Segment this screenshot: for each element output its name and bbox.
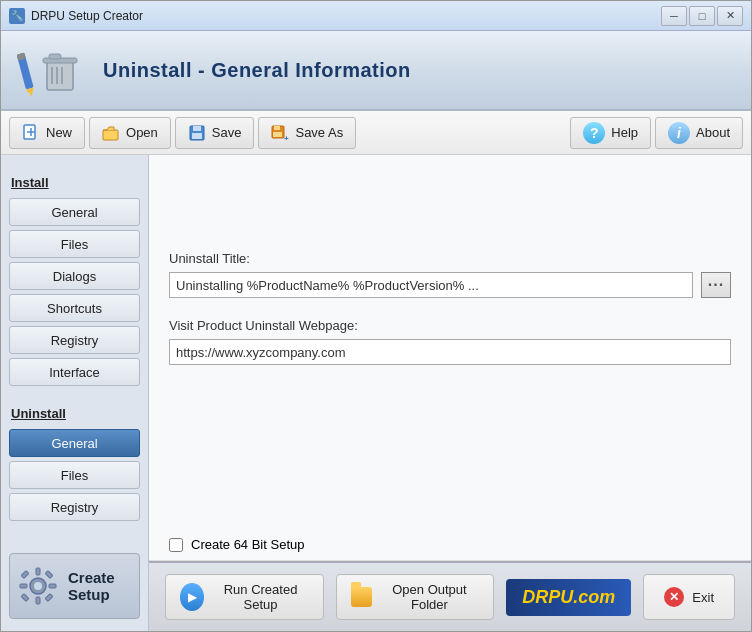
open-output-folder-button[interactable]: Open Output Folder (336, 574, 494, 620)
svg-rect-24 (20, 584, 27, 588)
help-label: Help (611, 125, 638, 140)
info-icon: i (668, 122, 690, 144)
create-setup-text: Create Setup (68, 569, 115, 603)
browse-title-button[interactable]: ··· (701, 272, 731, 298)
uninstall-title-row: ··· (169, 272, 731, 298)
svg-rect-17 (274, 126, 280, 130)
svg-rect-25 (49, 584, 56, 588)
new-icon (22, 124, 40, 142)
exit-label: Exit (692, 590, 714, 605)
sidebar-item-install-shortcuts[interactable]: Shortcuts (9, 294, 140, 322)
right-area: Uninstall Title: ··· Visit Product Unins… (149, 155, 751, 631)
window-title: DRPU Setup Creator (31, 9, 661, 23)
checkbox-row: Create 64 Bit Setup (149, 529, 751, 561)
window-controls: ─ □ ✕ (661, 6, 743, 26)
sidebar-item-uninstall-registry[interactable]: Registry (9, 493, 140, 521)
folder-icon (351, 587, 372, 607)
sidebar-item-install-files[interactable]: Files (9, 230, 140, 258)
app-icon: 🔧 (9, 8, 25, 24)
create-64bit-checkbox[interactable] (169, 538, 183, 552)
close-button[interactable]: ✕ (717, 6, 743, 26)
exit-button[interactable]: ✕ Exit (643, 574, 735, 620)
svg-rect-22 (36, 568, 40, 575)
svg-rect-23 (36, 597, 40, 604)
save-as-label: Save As (295, 125, 343, 140)
svg-rect-18 (273, 132, 282, 137)
about-button[interactable]: i About (655, 117, 743, 149)
drpu-text: DRPU.com (522, 587, 615, 607)
svg-rect-29 (45, 594, 53, 602)
save-icon (188, 124, 206, 142)
svg-point-21 (34, 582, 42, 590)
save-label: Save (212, 125, 242, 140)
svg-rect-14 (193, 126, 201, 131)
create-64bit-label[interactable]: Create 64 Bit Setup (191, 537, 304, 552)
visit-webpage-label: Visit Product Uninstall Webpage: (169, 318, 731, 333)
about-label: About (696, 125, 730, 140)
uninstall-title-label: Uninstall Title: (169, 251, 731, 266)
uninstall-section-label: Uninstall (11, 406, 140, 421)
sidebar-item-uninstall-general[interactable]: General (9, 429, 140, 457)
sidebar-item-install-interface[interactable]: Interface (9, 358, 140, 386)
title-bar: 🔧 DRPU Setup Creator ─ □ ✕ (1, 1, 751, 31)
install-section-label: Install (11, 175, 140, 190)
svg-text:+: + (284, 134, 289, 142)
create-setup-button[interactable]: Create Setup (9, 553, 140, 619)
save-button[interactable]: Save (175, 117, 255, 149)
visit-webpage-row (169, 339, 731, 365)
save-as-button[interactable]: + Save As (258, 117, 356, 149)
svg-rect-12 (103, 130, 118, 140)
help-icon: ? (583, 122, 605, 144)
svg-rect-15 (192, 133, 202, 139)
gear-icon (18, 566, 58, 606)
uninstall-title-group: Uninstall Title: ··· (169, 251, 731, 298)
help-button[interactable]: ? Help (570, 117, 651, 149)
svg-rect-5 (49, 54, 61, 59)
svg-rect-27 (45, 571, 53, 579)
visit-webpage-group: Visit Product Uninstall Webpage: (169, 318, 731, 365)
open-button[interactable]: Open (89, 117, 171, 149)
sidebar-item-install-registry[interactable]: Registry (9, 326, 140, 354)
svg-rect-28 (21, 594, 29, 602)
new-label: New (46, 125, 72, 140)
bottom-bar: ▶ Run Created Setup Open Output Folder D… (149, 561, 751, 631)
open-label: Open (126, 125, 158, 140)
svg-rect-26 (21, 571, 29, 579)
sidebar: Install General Files Dialogs Shortcuts … (1, 155, 149, 631)
exit-icon: ✕ (664, 587, 684, 607)
uninstall-title-input[interactable] (169, 272, 693, 298)
new-button[interactable]: New (9, 117, 85, 149)
svg-rect-3 (47, 62, 73, 90)
open-output-folder-label: Open Output Folder (380, 582, 480, 612)
save-as-icon: + (271, 124, 289, 142)
visit-webpage-input[interactable] (169, 339, 731, 365)
browse-dots-icon: ··· (708, 276, 724, 294)
right-panel: Uninstall Title: ··· Visit Product Unins… (149, 155, 751, 529)
run-created-setup-button[interactable]: ▶ Run Created Setup (165, 574, 324, 620)
run-created-setup-label: Run Created Setup (212, 582, 309, 612)
sidebar-item-install-dialogs[interactable]: Dialogs (9, 262, 140, 290)
drpu-badge: DRPU.com (506, 579, 631, 616)
sidebar-item-install-general[interactable]: General (9, 198, 140, 226)
page-title: Uninstall - General Information (103, 59, 411, 82)
main-content: Install General Files Dialogs Shortcuts … (1, 155, 751, 631)
main-window: 🔧 DRPU Setup Creator ─ □ ✕ (0, 0, 752, 632)
open-icon (102, 124, 120, 142)
app-header: Uninstall - General Information (1, 31, 751, 111)
minimize-button[interactable]: ─ (661, 6, 687, 26)
play-icon: ▶ (180, 583, 204, 611)
toolbar: New Open Save (1, 111, 751, 155)
maximize-button[interactable]: □ (689, 6, 715, 26)
app-logo (17, 40, 87, 100)
sidebar-item-uninstall-files[interactable]: Files (9, 461, 140, 489)
